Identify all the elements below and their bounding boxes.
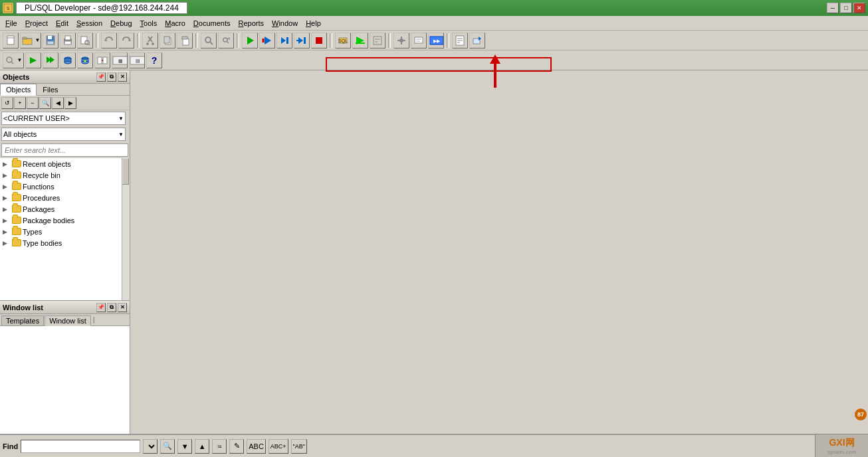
- stop-button[interactable]: [311, 33, 327, 48]
- tools-button[interactable]: [393, 33, 409, 48]
- svg-text:S: S: [7, 6, 10, 11]
- menu-documents[interactable]: Documents: [189, 18, 235, 29]
- add-button[interactable]: +: [14, 97, 26, 109]
- menu-window[interactable]: Window: [268, 18, 302, 29]
- tree-item-type-bodies[interactable]: ▶ Type bodies: [0, 237, 130, 248]
- save-button[interactable]: [43, 33, 58, 48]
- menu-file[interactable]: File: [1, 18, 21, 29]
- search-input[interactable]: [1, 143, 128, 157]
- menu-help[interactable]: Help: [302, 18, 325, 29]
- execute-button[interactable]: [352, 33, 368, 48]
- wl-pin-button[interactable]: 📌: [96, 303, 106, 312]
- replace-button[interactable]: [218, 33, 234, 48]
- menu-project[interactable]: Project: [21, 18, 52, 29]
- find-prev-button[interactable]: ▼: [177, 439, 192, 454]
- menu-session[interactable]: Session: [72, 18, 106, 29]
- separator-3: [195, 33, 198, 48]
- tab-window-list[interactable]: Window list: [45, 316, 91, 326]
- paste-button[interactable]: [177, 33, 193, 48]
- tab-templates[interactable]: Templates: [1, 316, 44, 325]
- wl-float-button[interactable]: ⧉: [107, 303, 116, 312]
- tree-item-recent-objects[interactable]: ▶ Recent objects: [0, 158, 130, 169]
- svg-line-63: [11, 62, 13, 64]
- export2-button[interactable]: ▦: [112, 52, 128, 68]
- copy-button[interactable]: [160, 33, 175, 48]
- refresh-button[interactable]: ↺: [1, 97, 13, 109]
- find-matchcase-button[interactable]: ABC: [247, 439, 266, 454]
- wl-close-button[interactable]: ✕: [118, 303, 127, 312]
- svg-marker-64: [30, 57, 37, 64]
- debug-button[interactable]: [259, 33, 275, 48]
- window-list-tabs: Templates Window list |: [0, 314, 130, 326]
- tree-item-types[interactable]: ▶ Types: [0, 226, 130, 237]
- minimize-button[interactable]: ─: [827, 3, 839, 13]
- tree-label-types: Types: [23, 228, 42, 236]
- tree-item-recycle-bin[interactable]: ▶ Recycle bin: [0, 169, 130, 181]
- svg-marker-66: [50, 56, 54, 63]
- scrollbar-thumb[interactable]: [122, 158, 129, 185]
- redo-button[interactable]: [118, 33, 134, 48]
- panel-close-button[interactable]: ✕: [118, 72, 127, 82]
- compare-button[interactable]: [94, 52, 110, 68]
- explain-plan-button[interactable]: [370, 33, 385, 48]
- separator-6: [388, 33, 391, 48]
- tree-item-packages[interactable]: ▶ Packages: [0, 203, 130, 215]
- tab-files[interactable]: Files: [37, 84, 64, 95]
- find-search-button[interactable]: 🔍: [160, 439, 175, 454]
- find-obj-button[interactable]: 🔍: [39, 97, 51, 109]
- close-button[interactable]: ✕: [853, 3, 865, 13]
- find-replace-button[interactable]: ✎: [229, 439, 244, 454]
- chevron-down-icon: ▼: [118, 116, 124, 122]
- panel-float-button[interactable]: ⧉: [107, 72, 116, 82]
- dbms-output-button[interactable]: [411, 33, 427, 48]
- panel-pin-button[interactable]: 📌: [96, 72, 106, 82]
- zoom-button[interactable]: ▼: [3, 52, 24, 68]
- tree-scrollbar[interactable]: [122, 158, 130, 300]
- export-button[interactable]: [469, 33, 485, 48]
- find-matchcase2-button[interactable]: ABC+: [269, 439, 288, 454]
- find-wholeword-button[interactable]: "AB": [291, 439, 307, 454]
- new-button[interactable]: [3, 33, 19, 48]
- tree-item-functions[interactable]: ▶ Functions: [0, 181, 130, 192]
- expand-button[interactable]: ▶: [64, 97, 76, 109]
- tree-item-procedures[interactable]: ▶ Procedures: [0, 192, 130, 203]
- cut-button[interactable]: [142, 33, 158, 48]
- find-next-button[interactable]: ▲: [195, 439, 209, 454]
- filter-dropdown[interactable]: All objects ▼: [1, 128, 126, 141]
- run-script-button[interactable]: [25, 52, 41, 68]
- restore-button[interactable]: □: [840, 3, 852, 13]
- test-manager-button[interactable]: ▶▶: [428, 33, 444, 48]
- print-button[interactable]: [60, 33, 76, 48]
- print-preview-button[interactable]: [77, 33, 93, 48]
- undo-button[interactable]: [101, 33, 117, 48]
- collapse-button[interactable]: ◀: [52, 97, 64, 109]
- compile-all-button[interactable]: [43, 52, 58, 68]
- open-button[interactable]: ▼: [20, 33, 41, 48]
- find-dropdown[interactable]: [143, 439, 158, 454]
- step-over-button[interactable]: [294, 33, 310, 48]
- menu-tools[interactable]: Tools: [136, 18, 162, 29]
- help-button[interactable]: ?: [146, 52, 162, 68]
- menu-reports[interactable]: Reports: [234, 18, 268, 29]
- user-dropdown[interactable]: <CURRENT USER> ▼: [1, 112, 126, 125]
- svg-marker-35: [298, 37, 303, 44]
- find-input[interactable]: [21, 440, 140, 453]
- menu-edit[interactable]: Edit: [52, 18, 72, 29]
- menu-macro[interactable]: Macro: [161, 18, 189, 29]
- tree-label-functions: Functions: [23, 183, 54, 191]
- remove-button[interactable]: −: [27, 97, 39, 109]
- step-into-button[interactable]: [276, 33, 292, 48]
- save-db-button[interactable]: [77, 52, 93, 68]
- tab-objects[interactable]: Objects: [0, 84, 37, 96]
- tree-item-package-bodies[interactable]: ▶ Package bodies: [0, 215, 130, 226]
- compile-button[interactable]: SQL: [335, 33, 351, 48]
- svg-point-62: [7, 57, 12, 62]
- menu-debug[interactable]: Debug: [106, 18, 136, 29]
- find-options-button[interactable]: ≈: [212, 439, 227, 454]
- run-button[interactable]: [242, 33, 258, 48]
- report-button[interactable]: [452, 33, 468, 48]
- import2-button[interactable]: ▤: [129, 52, 145, 68]
- folder-icon: [12, 239, 21, 247]
- find-button[interactable]: [201, 33, 217, 48]
- open-db-button[interactable]: [60, 52, 76, 68]
